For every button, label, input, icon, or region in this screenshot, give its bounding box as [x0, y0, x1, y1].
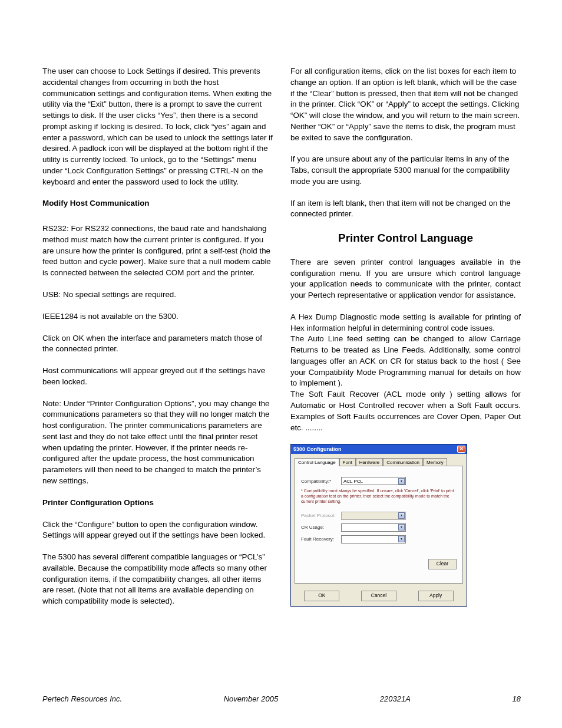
cr-usage-label: CR Usage:	[301, 524, 341, 531]
paragraph: A Hex Dump Diagnostic mode setting is av…	[290, 312, 521, 334]
chevron-down-icon[interactable]: ▾	[398, 524, 405, 531]
paragraph: Click the “Configure” button to open the…	[42, 519, 273, 542]
tab-hardware[interactable]: Hardware	[356, 458, 384, 466]
chevron-down-icon[interactable]: ▾	[398, 536, 405, 542]
dialog-actions: OK Cancel Apply	[291, 587, 467, 606]
page-footer: Pertech Resources Inc. November 2005 220…	[42, 694, 521, 703]
packet-protocol-label: Packet Protocol:	[301, 512, 341, 519]
tab-font[interactable]: Font	[339, 458, 356, 466]
clear-button[interactable]: Clear	[428, 559, 457, 569]
paragraph: The user can choose to Lock Settings if …	[42, 66, 273, 187]
dialog-title: 5300 Configuration	[293, 446, 342, 453]
paragraph: The 5300 has several different compatibl…	[42, 552, 273, 607]
paragraph: If you are unsure about any of the parti…	[290, 154, 521, 187]
compatibility-value: ACL PCL	[343, 478, 363, 485]
paragraph: Host communications will appear greyed o…	[42, 365, 273, 388]
close-icon[interactable]: ✕	[457, 446, 465, 453]
dialog-titlebar[interactable]: 5300 Configuration ✕	[291, 444, 467, 454]
footer-company: Pertech Resources Inc.	[42, 694, 122, 703]
left-column: The user can choose to Lock Settings if …	[42, 66, 273, 607]
compatibility-label: Compatibility:*	[301, 478, 341, 485]
paragraph: Note: Under “Printer Configuration Optio…	[42, 398, 273, 487]
compatibility-hint: * Compatibility must always be specified…	[301, 489, 457, 504]
config-dialog: 5300 Configuration ✕ Control Language Fo…	[290, 444, 467, 607]
heading-modify-host: Modify Host Communication	[42, 198, 273, 209]
chevron-down-icon: ▾	[398, 512, 405, 519]
paragraph: For all configuration items, click on th…	[290, 66, 521, 143]
cancel-button[interactable]: Cancel	[361, 591, 396, 601]
tab-memory[interactable]: Memory	[423, 458, 447, 466]
right-column: For all configuration items, click on th…	[290, 66, 521, 607]
paragraph: RS232: For RS232 connections, the baud r…	[42, 223, 273, 279]
paragraph: The Auto Line feed setting can be change…	[290, 334, 521, 389]
tab-communication[interactable]: Communication	[383, 458, 423, 466]
section-title: Printer Control Language	[290, 230, 521, 246]
footer-date: November 2005	[224, 694, 279, 703]
tab-bar: Control Language Font Hardware Communica…	[295, 457, 463, 466]
footer-page: 18	[513, 694, 521, 703]
apply-button[interactable]: Apply	[418, 591, 454, 601]
fault-recovery-label: Fault Recovery:	[301, 536, 341, 542]
heading-printer-config: Printer Configuration Options	[42, 498, 273, 509]
fault-recovery-select[interactable]: ▾	[341, 535, 406, 543]
paragraph: There are seven printer control language…	[290, 257, 521, 301]
compatibility-select[interactable]: ACL PCL ▾	[341, 477, 406, 485]
footer-docnum: 220321A	[380, 694, 411, 703]
cr-usage-select[interactable]: ▾	[341, 523, 406, 532]
paragraph: If an item is left blank, then that item…	[290, 198, 521, 220]
tab-panel: Compatibility:* ACL PCL ▾ * Compatibilit…	[295, 466, 463, 584]
chevron-down-icon[interactable]: ▾	[398, 478, 405, 485]
paragraph: IEEE1284 is not available on the 5300.	[42, 311, 273, 322]
paragraph: USB: No special settings are required.	[42, 289, 273, 301]
ok-button[interactable]: OK	[304, 591, 339, 601]
tab-control-language[interactable]: Control Language	[295, 458, 339, 466]
paragraph: The Soft Fault Recover (ACL mode only ) …	[290, 389, 521, 433]
paragraph: Click on OK when the interface and param…	[42, 333, 273, 355]
packet-protocol-select: ▾	[341, 512, 406, 520]
